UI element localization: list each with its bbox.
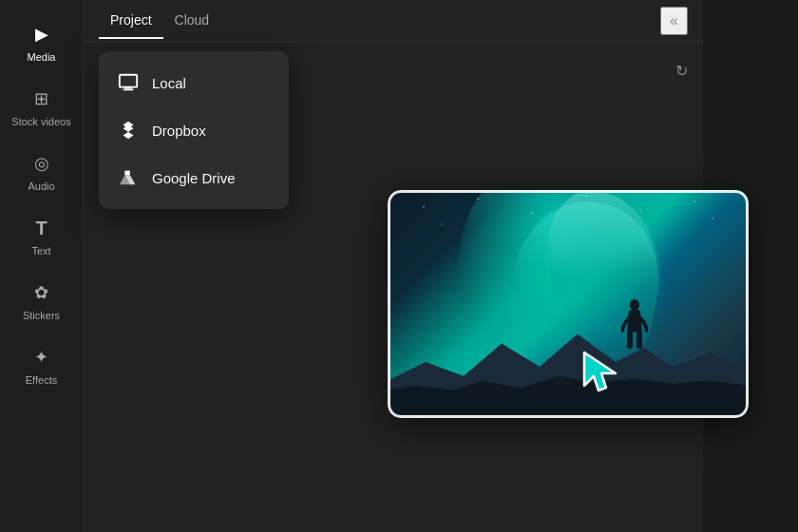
tabs-bar: Project Cloud « (84, 0, 703, 42)
svg-rect-9 (627, 332, 633, 349)
sidebar-item-effects[interactable]: Effects (4, 334, 80, 395)
sidebar: Media Stock videos Audio Text Stickers E… (0, 0, 84, 532)
stickers-icon (28, 279, 55, 306)
sidebar-item-audio[interactable]: Audio (4, 141, 80, 201)
sidebar-item-media[interactable]: Media (4, 11, 80, 72)
sidebar-item-text[interactable]: Text (4, 205, 80, 266)
stock-icon (28, 86, 55, 112)
svg-rect-10 (636, 332, 642, 349)
dropdown-item-google-drive[interactable]: Google Drive (99, 154, 289, 201)
tab-project[interactable]: Project (99, 3, 163, 39)
svg-point-8 (630, 299, 639, 311)
text-icon (28, 215, 55, 241)
svg-rect-2 (124, 88, 134, 90)
stars (388, 190, 749, 304)
preview-image (388, 190, 749, 418)
sidebar-item-label-stock: Stock videos (11, 116, 70, 127)
media-icon (28, 21, 55, 48)
tab-cloud[interactable]: Cloud (163, 3, 221, 39)
main-panel: Project Cloud « Upload ∧ ↻ L (84, 0, 703, 532)
refresh-icon: ↻ (675, 63, 688, 79)
svg-rect-1 (124, 87, 131, 89)
dropdown-item-local[interactable]: Local (99, 59, 289, 106)
dropbox-label: Dropbox (152, 123, 206, 139)
svg-rect-0 (120, 75, 137, 87)
cursor-arrow (580, 348, 627, 399)
person-silhouette (621, 297, 648, 354)
svg-marker-5 (124, 171, 130, 176)
google-drive-icon (118, 167, 139, 188)
sidebar-item-label-stickers: Stickers (23, 310, 60, 321)
preview-card (388, 190, 749, 418)
upload-dropdown: Local Dropbox Google Drive (99, 51, 289, 209)
effects-icon (28, 344, 55, 370)
sidebar-item-label-audio: Audio (28, 180, 54, 192)
dropdown-item-dropbox[interactable]: Dropbox (99, 106, 289, 154)
mountain-silhouette (388, 315, 749, 418)
dropbox-icon (118, 120, 139, 141)
sidebar-item-label-effects: Effects (26, 374, 57, 386)
refresh-button[interactable]: ↻ (675, 62, 688, 80)
svg-marker-11 (584, 352, 616, 390)
sidebar-item-stock-videos[interactable]: Stock videos (4, 76, 80, 137)
local-icon (118, 72, 139, 93)
local-label: Local (152, 75, 186, 91)
collapse-button[interactable]: « (660, 7, 688, 35)
sidebar-item-stickers[interactable]: Stickers (4, 270, 80, 331)
audio-icon (28, 150, 55, 177)
google-drive-label: Google Drive (152, 170, 236, 186)
sidebar-item-label-media: Media (28, 51, 56, 63)
sidebar-item-label-text: Text (31, 245, 50, 256)
